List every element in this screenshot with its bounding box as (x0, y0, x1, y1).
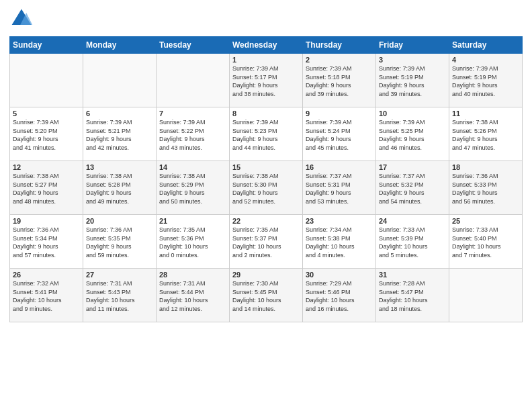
day-number: 20 (86, 217, 153, 225)
calendar-cell: 6Sunrise: 7:39 AM Sunset: 5:21 PM Daylig… (83, 107, 157, 161)
header (9, 7, 523, 31)
day-info: Sunrise: 7:36 AM Sunset: 5:33 PM Dayligh… (452, 172, 519, 205)
day-number: 3 (379, 56, 446, 64)
day-info: Sunrise: 7:38 AM Sunset: 5:28 PM Dayligh… (86, 172, 153, 205)
day-number: 11 (452, 109, 519, 118)
day-number: 2 (306, 56, 373, 64)
week-row-4: 19Sunrise: 7:36 AM Sunset: 5:34 PM Dayli… (10, 215, 523, 269)
day-number: 21 (159, 217, 226, 225)
calendar-cell: 21Sunrise: 7:35 AM Sunset: 5:36 PM Dayli… (157, 215, 230, 269)
day-number: 14 (159, 163, 226, 171)
calendar-cell: 10Sunrise: 7:39 AM Sunset: 5:25 PM Dayli… (376, 107, 449, 161)
day-info: Sunrise: 7:35 AM Sunset: 5:37 PM Dayligh… (232, 226, 300, 259)
calendar-cell: 7Sunrise: 7:39 AM Sunset: 5:22 PM Daylig… (157, 107, 230, 161)
day-info: Sunrise: 7:38 AM Sunset: 5:30 PM Dayligh… (232, 172, 300, 205)
day-info: Sunrise: 7:37 AM Sunset: 5:32 PM Dayligh… (379, 172, 446, 205)
day-number: 10 (379, 109, 446, 118)
logo-icon (9, 7, 34, 31)
calendar: SundayMondayTuesdayWednesdayThursdayFrid… (9, 36, 523, 322)
weekday-header-thursday: Thursday (303, 37, 376, 54)
day-info: Sunrise: 7:38 AM Sunset: 5:26 PM Dayligh… (452, 118, 519, 152)
day-info: Sunrise: 7:34 AM Sunset: 5:38 PM Dayligh… (306, 226, 373, 259)
day-number: 18 (452, 163, 519, 171)
day-info: Sunrise: 7:39 AM Sunset: 5:23 PM Dayligh… (232, 118, 300, 152)
day-info: Sunrise: 7:36 AM Sunset: 5:35 PM Dayligh… (86, 226, 153, 259)
day-info: Sunrise: 7:31 AM Sunset: 5:43 PM Dayligh… (86, 279, 153, 313)
calendar-cell: 2Sunrise: 7:39 AM Sunset: 5:18 PM Daylig… (303, 54, 376, 107)
day-info: Sunrise: 7:39 AM Sunset: 5:19 PM Dayligh… (452, 64, 519, 98)
day-number: 4 (452, 56, 519, 64)
calendar-cell: 17Sunrise: 7:37 AM Sunset: 5:32 PM Dayli… (376, 161, 449, 215)
calendar-cell: 1Sunrise: 7:39 AM Sunset: 5:17 PM Daylig… (230, 54, 303, 107)
calendar-cell: 18Sunrise: 7:36 AM Sunset: 5:33 PM Dayli… (449, 161, 523, 215)
week-row-2: 5Sunrise: 7:39 AM Sunset: 5:20 PM Daylig… (10, 107, 523, 161)
calendar-cell: 30Sunrise: 7:29 AM Sunset: 5:46 PM Dayli… (303, 269, 376, 322)
calendar-body: 1Sunrise: 7:39 AM Sunset: 5:17 PM Daylig… (10, 54, 523, 322)
weekday-row: SundayMondayTuesdayWednesdayThursdayFrid… (10, 37, 523, 54)
day-number: 30 (306, 271, 373, 279)
day-number: 27 (86, 271, 153, 279)
day-number: 19 (13, 217, 80, 225)
calendar-cell: 13Sunrise: 7:38 AM Sunset: 5:28 PM Dayli… (83, 161, 157, 215)
calendar-cell: 16Sunrise: 7:37 AM Sunset: 5:31 PM Dayli… (303, 161, 376, 215)
calendar-cell: 27Sunrise: 7:31 AM Sunset: 5:43 PM Dayli… (83, 269, 157, 322)
weekday-header-sunday: Sunday (10, 37, 83, 54)
day-info: Sunrise: 7:39 AM Sunset: 5:21 PM Dayligh… (86, 118, 153, 152)
day-number: 8 (232, 109, 300, 118)
day-number: 16 (306, 163, 373, 171)
calendar-cell: 4Sunrise: 7:39 AM Sunset: 5:19 PM Daylig… (449, 54, 523, 107)
day-info: Sunrise: 7:28 AM Sunset: 5:47 PM Dayligh… (379, 279, 446, 313)
calendar-header: SundayMondayTuesdayWednesdayThursdayFrid… (10, 37, 523, 54)
calendar-cell: 19Sunrise: 7:36 AM Sunset: 5:34 PM Dayli… (10, 215, 83, 269)
calendar-cell (83, 54, 157, 107)
day-number: 13 (86, 163, 153, 171)
day-number: 1 (232, 56, 300, 64)
calendar-cell: 22Sunrise: 7:35 AM Sunset: 5:37 PM Dayli… (230, 215, 303, 269)
calendar-cell: 28Sunrise: 7:31 AM Sunset: 5:44 PM Dayli… (157, 269, 230, 322)
weekday-header-friday: Friday (376, 37, 449, 54)
day-info: Sunrise: 7:39 AM Sunset: 5:18 PM Dayligh… (306, 64, 373, 98)
calendar-cell: 8Sunrise: 7:39 AM Sunset: 5:23 PM Daylig… (230, 107, 303, 161)
calendar-cell: 14Sunrise: 7:38 AM Sunset: 5:29 PM Dayli… (157, 161, 230, 215)
calendar-cell: 23Sunrise: 7:34 AM Sunset: 5:38 PM Dayli… (303, 215, 376, 269)
day-info: Sunrise: 7:37 AM Sunset: 5:31 PM Dayligh… (306, 172, 373, 205)
day-info: Sunrise: 7:33 AM Sunset: 5:40 PM Dayligh… (452, 226, 519, 259)
day-info: Sunrise: 7:39 AM Sunset: 5:17 PM Dayligh… (232, 64, 300, 98)
day-info: Sunrise: 7:39 AM Sunset: 5:19 PM Dayligh… (379, 64, 446, 98)
day-number: 6 (86, 109, 153, 118)
week-row-5: 26Sunrise: 7:32 AM Sunset: 5:41 PM Dayli… (10, 269, 523, 322)
calendar-cell: 9Sunrise: 7:39 AM Sunset: 5:24 PM Daylig… (303, 107, 376, 161)
day-info: Sunrise: 7:39 AM Sunset: 5:20 PM Dayligh… (13, 118, 80, 152)
day-number: 23 (306, 217, 373, 225)
day-number: 25 (452, 217, 519, 225)
day-info: Sunrise: 7:35 AM Sunset: 5:36 PM Dayligh… (159, 226, 226, 259)
weekday-header-tuesday: Tuesday (157, 37, 230, 54)
calendar-cell: 31Sunrise: 7:28 AM Sunset: 5:47 PM Dayli… (376, 269, 449, 322)
day-info: Sunrise: 7:39 AM Sunset: 5:25 PM Dayligh… (379, 118, 446, 152)
day-number: 5 (13, 109, 80, 118)
day-number: 26 (13, 271, 80, 279)
day-number: 15 (232, 163, 300, 171)
day-number: 17 (379, 163, 446, 171)
day-number: 29 (232, 271, 300, 279)
day-info: Sunrise: 7:38 AM Sunset: 5:29 PM Dayligh… (159, 172, 226, 205)
day-number: 7 (159, 109, 226, 118)
calendar-cell (449, 269, 523, 322)
day-info: Sunrise: 7:29 AM Sunset: 5:46 PM Dayligh… (306, 279, 373, 313)
calendar-cell: 29Sunrise: 7:30 AM Sunset: 5:45 PM Dayli… (230, 269, 303, 322)
week-row-1: 1Sunrise: 7:39 AM Sunset: 5:17 PM Daylig… (10, 54, 523, 107)
calendar-cell: 26Sunrise: 7:32 AM Sunset: 5:41 PM Dayli… (10, 269, 83, 322)
calendar-cell: 20Sunrise: 7:36 AM Sunset: 5:35 PM Dayli… (83, 215, 157, 269)
page: SundayMondayTuesdayWednesdayThursdayFrid… (0, 0, 532, 411)
calendar-cell (10, 54, 83, 107)
day-info: Sunrise: 7:36 AM Sunset: 5:34 PM Dayligh… (13, 226, 80, 259)
calendar-cell: 11Sunrise: 7:38 AM Sunset: 5:26 PM Dayli… (449, 107, 523, 161)
day-number: 28 (159, 271, 226, 279)
calendar-cell: 5Sunrise: 7:39 AM Sunset: 5:20 PM Daylig… (10, 107, 83, 161)
calendar-cell: 24Sunrise: 7:33 AM Sunset: 5:39 PM Dayli… (376, 215, 449, 269)
weekday-header-wednesday: Wednesday (230, 37, 303, 54)
day-number: 9 (306, 109, 373, 118)
day-info: Sunrise: 7:38 AM Sunset: 5:27 PM Dayligh… (13, 172, 80, 205)
calendar-cell (157, 54, 230, 107)
weekday-header-monday: Monday (83, 37, 157, 54)
